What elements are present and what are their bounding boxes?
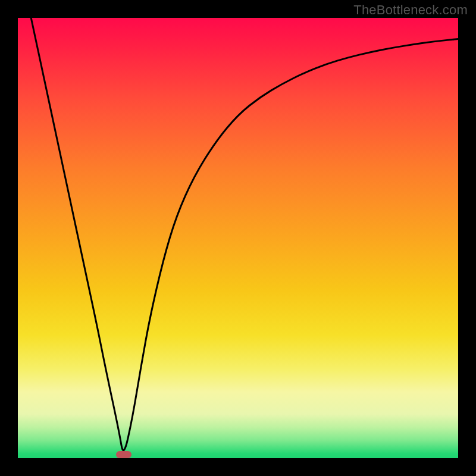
- plot-area: [18, 18, 458, 458]
- optimum-marker: [116, 451, 131, 458]
- watermark-text: TheBottleneck.com: [353, 2, 468, 18]
- bottleneck-curve: [31, 18, 458, 450]
- curve-svg: [18, 18, 458, 458]
- chart-frame: TheBottleneck.com: [0, 0, 476, 476]
